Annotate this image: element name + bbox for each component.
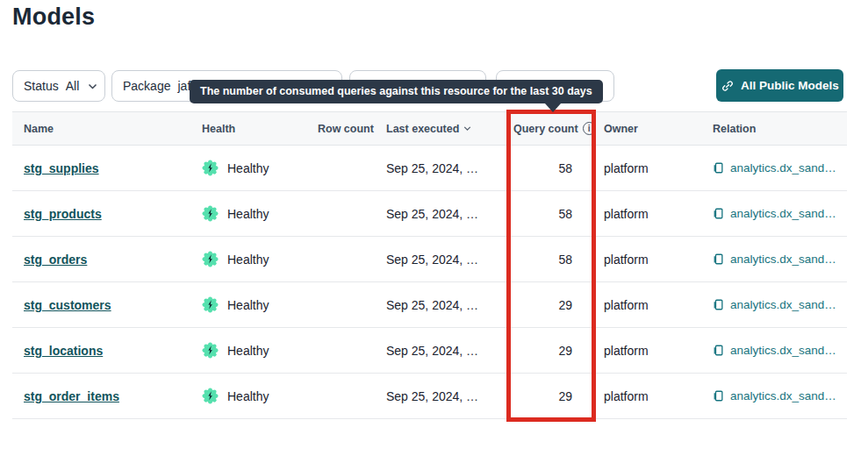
link-icon <box>721 79 735 93</box>
status-filter-value: All <box>66 79 80 93</box>
relation-link[interactable]: analytics.dx_sand… <box>713 298 847 311</box>
owner-cell: platform <box>604 389 713 403</box>
query-count-cell: 29 <box>513 298 604 312</box>
relation-link[interactable]: analytics.dx_sand… <box>713 161 847 174</box>
relation-label: analytics.dx_sand… <box>730 253 836 266</box>
column-header-health: Health <box>202 123 318 135</box>
health-label: Healthy <box>227 207 269 221</box>
name-cell: stg_order_items <box>24 389 202 403</box>
table-row: stg_supplies Healthy Sep 25, 2024, … <box>12 146 847 191</box>
health-status-icon <box>202 296 219 313</box>
last-executed-cell: Sep 25, 2024, … <box>386 161 513 175</box>
relation-cell: analytics.dx_sand… <box>713 207 847 220</box>
query-count-cell: 29 <box>513 389 604 403</box>
relation-link[interactable]: analytics.dx_sand… <box>713 389 847 402</box>
model-name-link[interactable]: stg_customers <box>24 298 111 312</box>
relation-label: analytics.dx_sand… <box>730 207 836 220</box>
table-row: stg_customers Healthy Sep 25, 2024, … <box>12 282 847 328</box>
query-count-cell: 58 <box>513 253 604 267</box>
document-icon <box>713 161 725 174</box>
column-header-owner: Owner <box>604 123 713 135</box>
name-cell: stg_customers <box>24 298 202 312</box>
package-filter-label: Package <box>123 79 170 93</box>
name-cell: stg_orders <box>24 253 202 267</box>
health-status-icon <box>202 205 219 222</box>
relation-cell: analytics.dx_sand… <box>713 298 847 311</box>
health-label: Healthy <box>227 161 269 175</box>
all-public-models-button[interactable]: All Public Models <box>716 69 843 102</box>
relation-cell: analytics.dx_sand… <box>713 161 847 174</box>
all-public-models-label: All Public Models <box>741 79 839 92</box>
health-cell: Healthy <box>202 388 318 404</box>
document-icon <box>713 298 725 311</box>
relation-cell: analytics.dx_sand… <box>713 389 847 402</box>
query-count-cell: 58 <box>513 161 604 175</box>
table-row: stg_products Healthy Sep 25, 2024, … <box>12 191 847 237</box>
owner-cell: platform <box>604 298 713 312</box>
model-name-link[interactable]: stg_locations <box>24 344 103 358</box>
column-header-last-executed[interactable]: Last executed <box>386 123 513 135</box>
relation-cell: analytics.dx_sand… <box>713 253 847 266</box>
relation-label: analytics.dx_sand… <box>730 298 836 311</box>
last-executed-cell: Sep 25, 2024, … <box>386 298 513 312</box>
sort-chevron-down-icon <box>463 125 471 132</box>
relation-link[interactable]: analytics.dx_sand… <box>713 253 847 266</box>
relation-cell: analytics.dx_sand… <box>713 344 847 357</box>
last-executed-cell: Sep 25, 2024, … <box>386 207 513 221</box>
chevron-down-icon <box>88 82 97 91</box>
health-cell: Healthy <box>202 342 318 359</box>
relation-label: analytics.dx_sand… <box>730 161 836 174</box>
page-title: Models <box>12 4 95 31</box>
model-name-link[interactable]: stg_order_items <box>24 389 119 403</box>
table-row: stg_locations Healthy Sep 25, 2024, … <box>12 328 847 374</box>
owner-cell: platform <box>604 207 713 221</box>
owner-cell: platform <box>604 161 713 175</box>
table-row: stg_orders Healthy Sep 25, 2024, … 5 <box>12 237 847 282</box>
health-status-icon <box>202 160 219 176</box>
status-filter[interactable]: Status All <box>12 70 105 102</box>
relation-link[interactable]: analytics.dx_sand… <box>713 207 847 220</box>
health-cell: Healthy <box>202 296 318 313</box>
query-count-cell: 29 <box>513 344 604 358</box>
query-count-cell: 58 <box>513 207 604 221</box>
health-status-icon <box>202 251 219 267</box>
document-icon <box>713 344 725 357</box>
owner-cell: platform <box>604 344 713 358</box>
owner-cell: platform <box>604 253 713 267</box>
models-page: Models Status All Package jaffle_ All Pu… <box>0 0 868 470</box>
column-header-query-count: Query count i <box>513 122 604 135</box>
model-name-link[interactable]: stg_products <box>24 207 102 221</box>
name-cell: stg_locations <box>24 344 202 358</box>
column-header-name: Name <box>24 123 202 135</box>
health-status-icon <box>202 388 219 404</box>
table-body: stg_supplies Healthy Sep 25, 2024, … <box>12 146 847 419</box>
info-icon[interactable]: i <box>583 122 596 135</box>
model-name-link[interactable]: stg_supplies <box>24 161 99 175</box>
last-executed-cell: Sep 25, 2024, … <box>386 253 513 267</box>
relation-label: analytics.dx_sand… <box>730 389 836 402</box>
document-icon <box>713 253 725 266</box>
health-label: Healthy <box>227 253 269 267</box>
table-row: stg_order_items Healthy Sep 25, 2024, … <box>12 374 847 419</box>
table-header-row: Name Health Row count Last executed Quer… <box>12 111 847 146</box>
model-name-link[interactable]: stg_orders <box>24 253 87 267</box>
health-label: Healthy <box>227 298 269 312</box>
name-cell: stg_supplies <box>24 161 202 175</box>
relation-link[interactable]: analytics.dx_sand… <box>713 344 847 357</box>
document-icon <box>713 389 725 402</box>
health-cell: Healthy <box>202 160 318 176</box>
health-label: Healthy <box>227 344 269 358</box>
last-executed-cell: Sep 25, 2024, … <box>386 389 513 403</box>
column-header-row-count: Row count <box>318 123 386 135</box>
health-label: Healthy <box>227 389 269 403</box>
relation-label: analytics.dx_sand… <box>730 344 836 357</box>
last-executed-cell: Sep 25, 2024, … <box>386 344 513 358</box>
health-cell: Healthy <box>202 251 318 267</box>
status-filter-label: Status <box>24 79 59 93</box>
column-header-relation: Relation <box>713 123 847 135</box>
document-icon <box>713 207 725 220</box>
models-table: Name Health Row count Last executed Quer… <box>12 111 847 419</box>
health-status-icon <box>202 342 219 359</box>
name-cell: stg_products <box>24 207 202 221</box>
health-cell: Healthy <box>202 205 318 222</box>
